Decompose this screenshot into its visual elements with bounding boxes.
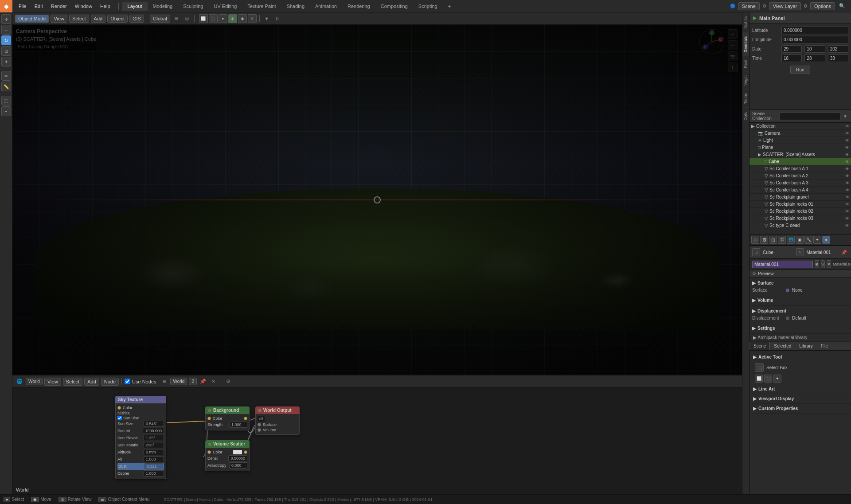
ne-add-btn[interactable]: Add: [84, 378, 99, 386]
date-d-input[interactable]: [781, 45, 802, 53]
object-data-icon[interactable]: □: [752, 248, 760, 256]
camera-view-btn[interactable]: 📷: [728, 51, 738, 61]
date-y-input[interactable]: [828, 45, 848, 53]
time-s-input[interactable]: [828, 55, 848, 62]
mat-new-icon[interactable]: ⊕: [815, 260, 819, 268]
overlay-btn[interactable]: ◉: [238, 14, 247, 23]
search-icon[interactable]: 🔍: [838, 2, 847, 11]
menu-window[interactable]: Window: [71, 2, 96, 10]
side-tab-veget[interactable]: Veget: [742, 71, 749, 89]
tab-compositing[interactable]: Compositing: [375, 2, 413, 11]
viewport-settings-icon[interactable]: ▼: [262, 14, 271, 23]
conifer4-eye-icon[interactable]: 👁: [845, 188, 849, 192]
add-tool[interactable]: +: [1, 106, 11, 116]
rotate-tool[interactable]: ↻: [1, 35, 11, 45]
render-props-icon[interactable]: 🎥: [751, 236, 759, 244]
outliner-item-camera[interactable]: 📷 Camera 👁: [750, 130, 851, 137]
run-button[interactable]: Run: [790, 66, 810, 74]
conifer3-eye-icon[interactable]: 👁: [845, 181, 849, 185]
collection-eye-icon[interactable]: 👁: [845, 124, 849, 129]
outliner-item-type-c-dead[interactable]: ▽ Sc type C dead 👁: [750, 222, 851, 229]
scene-props-icon[interactable]: 🎬: [778, 236, 786, 244]
sun-disc-check[interactable]: [117, 416, 122, 420]
background-node[interactable]: Background Color Strength 1.000: [205, 406, 250, 430]
gis-menu-btn[interactable]: GIS: [129, 15, 144, 23]
outliner-item-conifer-4[interactable]: ▽ Sc Conifer bush A 4 👁: [750, 187, 851, 194]
viewport-pause-icon[interactable]: ⏸: [273, 14, 282, 23]
slot-selector[interactable]: 2: [189, 378, 197, 385]
tool-icon-1[interactable]: ⬜: [755, 375, 763, 383]
ne-pin-icon[interactable]: 📌: [199, 377, 207, 386]
mat-tab-file[interactable]: File: [817, 342, 832, 350]
world-output-node[interactable]: World Output All Surface Volume: [255, 406, 300, 435]
object-props-icon[interactable]: ▣: [796, 236, 804, 244]
global-coord-btn[interactable]: Global: [150, 15, 170, 23]
menu-file[interactable]: File: [15, 2, 30, 10]
view-layer-selector[interactable]: View Layer: [769, 2, 801, 10]
outliner-filter-icon[interactable]: ▼: [842, 112, 848, 121]
tab-add[interactable]: +: [443, 2, 456, 11]
measure-tool[interactable]: 📏: [1, 82, 11, 91]
world-selector[interactable]: World: [170, 378, 187, 385]
rendered-btn[interactable]: ◈: [228, 14, 237, 23]
outliner-item-collection[interactable]: ▶ Collection 👁: [750, 123, 851, 130]
side-tab-terms[interactable]: Terms: [742, 89, 749, 108]
zoom-out-btn[interactable]: −: [728, 40, 738, 50]
outliner-item-rocks-03[interactable]: ▽ Sc Rockplain rocks 03 👁: [750, 215, 851, 222]
conifer1-eye-icon[interactable]: 👁: [845, 167, 849, 171]
use-nodes-checkbox[interactable]: [125, 379, 130, 384]
view-menu-btn[interactable]: View: [51, 15, 67, 23]
walk-mode-btn[interactable]: 🚶: [728, 63, 738, 72]
side-tab-real[interactable]: Real: [742, 56, 749, 72]
material-props-icon[interactable]: ●: [822, 236, 830, 244]
outliner-item-plane[interactable]: □ Plane 👁: [750, 144, 851, 151]
tab-shading[interactable]: Shading: [281, 2, 310, 11]
cube-eye-icon[interactable]: 👁: [845, 160, 849, 164]
mat-tab-scene[interactable]: Scene: [750, 342, 770, 350]
rocks01-eye-icon[interactable]: 👁: [845, 202, 849, 207]
select-menu-btn[interactable]: Select: [69, 15, 89, 23]
displacement-section-header[interactable]: ▶ Displacement: [752, 307, 848, 315]
zoom-in-btn[interactable]: +: [728, 29, 738, 39]
wireframe-btn[interactable]: ⬜: [199, 14, 208, 23]
tab-uv-editing[interactable]: UV Editing: [208, 2, 242, 11]
material-dot-icon[interactable]: ○: [796, 248, 804, 256]
annotate-tool[interactable]: ✏: [1, 71, 11, 81]
menu-help[interactable]: Help: [97, 2, 114, 10]
conifer2-eye-icon[interactable]: 👁: [845, 174, 849, 178]
rocks03-eye-icon[interactable]: 👁: [845, 216, 849, 221]
outliner-item-conifer-2[interactable]: ▽ Sc Conifer bush A 2 👁: [750, 172, 851, 180]
line-art-header[interactable]: ▶ Line Art: [750, 384, 851, 394]
outliner-item-cube[interactable]: □ Cube 👁: [750, 158, 851, 165]
outliner-item-rocks-02[interactable]: ▽ Sc Rockplain rocks 02 👁: [750, 208, 851, 215]
move-tool[interactable]: ↔: [1, 25, 11, 35]
mat-tab-selected[interactable]: Selected: [770, 342, 795, 350]
cursor-tool[interactable]: ✛: [1, 14, 11, 24]
tab-rendering[interactable]: Rendering: [342, 2, 375, 11]
output-props-icon[interactable]: 🖼: [760, 236, 768, 244]
outliner-item-scatter-collection[interactable]: ▶ SCATTER: [Scene] Assets 👁: [750, 151, 851, 158]
mat-delete-icon[interactable]: ✕: [827, 260, 831, 268]
latitude-input[interactable]: [781, 27, 848, 34]
outliner-item-conifer-3[interactable]: ▽ Sc Conifer bush A 3 👁: [750, 180, 851, 187]
material-name-input[interactable]: [752, 261, 813, 268]
ne-close-icon[interactable]: ✕: [209, 377, 218, 386]
modifier-props-icon[interactable]: 🔧: [804, 236, 812, 244]
node-canvas[interactable]: Sky Texture Color Nishita Sun Disc: [12, 388, 742, 494]
sky-texture-node[interactable]: Sky Texture Color Nishita Sun Disc: [115, 396, 166, 479]
mat-browse-icon[interactable]: ▽: [821, 260, 825, 268]
viewport-display-header[interactable]: ▶ Viewport Display: [750, 394, 851, 403]
box-select-tool[interactable]: ⬚: [1, 96, 11, 105]
time-h-input[interactable]: [781, 55, 802, 62]
archipack-section[interactable]: ▶ Archipack material library: [750, 334, 851, 342]
node-editor-type-icon[interactable]: 🌐: [15, 377, 24, 386]
rockplain-gravel-eye-icon[interactable]: 👁: [845, 195, 849, 199]
particles-props-icon[interactable]: ✦: [813, 236, 821, 244]
blender-logo[interactable]: ◆: [0, 0, 12, 12]
time-min-input[interactable]: [804, 55, 825, 62]
node-editor-type-btn[interactable]: World: [26, 378, 43, 385]
scatter-collection-eye-icon[interactable]: 👁: [845, 152, 849, 157]
menu-edit[interactable]: Edit: [31, 2, 47, 10]
scale-tool[interactable]: ⊡: [1, 46, 11, 56]
material-preview-btn[interactable]: ●: [219, 14, 227, 23]
